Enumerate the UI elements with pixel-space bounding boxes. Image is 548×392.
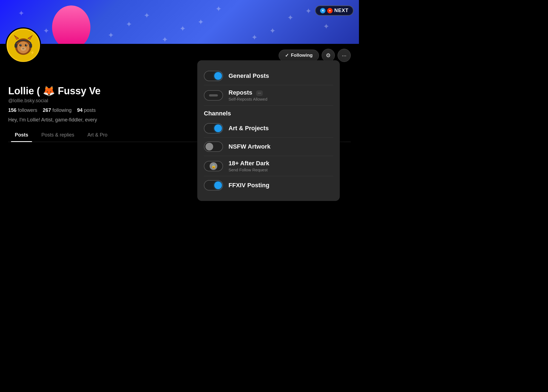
after-dark-sublabel: Send Follow Request [229, 167, 333, 172]
following-check-icon: ✓ [285, 53, 289, 58]
toggle-general-posts[interactable] [204, 71, 223, 81]
next-badge: ✕ ● NEXT [315, 5, 353, 16]
menu-item-after-dark: 🔒 18+ After Dark Send Follow Request [204, 156, 333, 176]
toggle-reposts-knob [209, 94, 218, 96]
more-icon: ··· [342, 52, 347, 59]
svg-rect-13 [29, 44, 32, 48]
tab-posts[interactable]: Posts [8, 128, 35, 142]
next-badge-x-icon: ✕ [320, 8, 326, 13]
posts-count: 94 [77, 107, 82, 113]
toggle-ffxiv-knob [214, 181, 222, 189]
following-count: 267 [43, 107, 51, 113]
after-dark-label: 18+ After Dark [229, 160, 333, 167]
art-projects-label: Art & Projects [229, 125, 333, 132]
toggle-after-dark-knob: 🔒 [210, 162, 217, 170]
posts-label: posts [84, 107, 96, 113]
nsfw-label: NSFW Artwork [229, 143, 333, 150]
followers-label: followers [18, 107, 37, 113]
banner-character [44, 0, 99, 44]
svg-point-9 [26, 45, 27, 46]
svg-point-8 [21, 45, 21, 46]
reposts-badge: ··· [256, 90, 263, 96]
avatar: ⚡ [5, 27, 41, 63]
svg-rect-12 [15, 44, 17, 48]
toggle-reposts[interactable] [204, 90, 223, 101]
followers-count: 156 [8, 107, 16, 113]
gear-icon: ⚙ [326, 52, 331, 59]
reposts-sublabel: Self-Reposts Allowed [229, 97, 333, 101]
ffxiv-label: FFXIV Posting [229, 182, 333, 189]
toggle-ffxiv[interactable] [204, 180, 223, 191]
next-badge-label: NEXT [334, 8, 349, 13]
general-posts-label: General Posts [229, 72, 333, 79]
menu-item-ffxiv: FFXIV Posting [204, 176, 333, 194]
menu-item-art-projects: Art & Projects [204, 119, 333, 138]
toggle-general-posts-knob [214, 72, 222, 80]
menu-item-reposts: Reposts ··· Self-Reposts Allowed [204, 85, 333, 106]
toggle-art-projects-knob [214, 124, 222, 132]
menu-item-nsfw: NSFW Artwork [204, 138, 333, 156]
gear-button[interactable]: ⚙ [322, 49, 335, 62]
reposts-label: Reposts ··· [229, 89, 333, 96]
following-button-label: Following [291, 53, 313, 58]
next-badge-circle-icon: ● [327, 8, 333, 13]
tab-posts-replies[interactable]: Posts & replies [35, 128, 81, 142]
avatar-svg: ⚡ [12, 34, 34, 56]
toggle-nsfw[interactable] [204, 141, 223, 152]
following-label: following [52, 107, 72, 113]
dropdown-menu: General Posts Reposts ··· Self-Reposts A… [197, 60, 340, 201]
menu-item-general-posts: General Posts [204, 67, 333, 85]
avatar-image: ⚡ [8, 30, 39, 61]
following-button[interactable]: ✓ Following [279, 50, 319, 61]
toggle-nsfw-knob [206, 143, 213, 150]
profile-section: ⚡ ✓ Following ⚙ ··· Lollie ( 🦊 Fussy Ve … [0, 44, 359, 142]
svg-point-11 [21, 47, 26, 51]
action-buttons: ✓ Following ⚙ ··· [8, 44, 351, 62]
toggle-art-projects[interactable] [204, 123, 223, 133]
more-button[interactable]: ··· [338, 49, 351, 62]
profile-banner: ✦ ✦ ✦ ✦ ✦ ✦ ✦ ✦ ✦ ✦ ✦ ✦ ✦ ✦ ✦ ✕ ● NEXT [0, 0, 359, 44]
toggle-after-dark[interactable]: 🔒 [204, 161, 223, 171]
svg-text:⚡: ⚡ [30, 50, 34, 55]
tab-art-projects[interactable]: Art & Pro [81, 128, 114, 142]
channels-section-title: Channels [204, 106, 333, 119]
